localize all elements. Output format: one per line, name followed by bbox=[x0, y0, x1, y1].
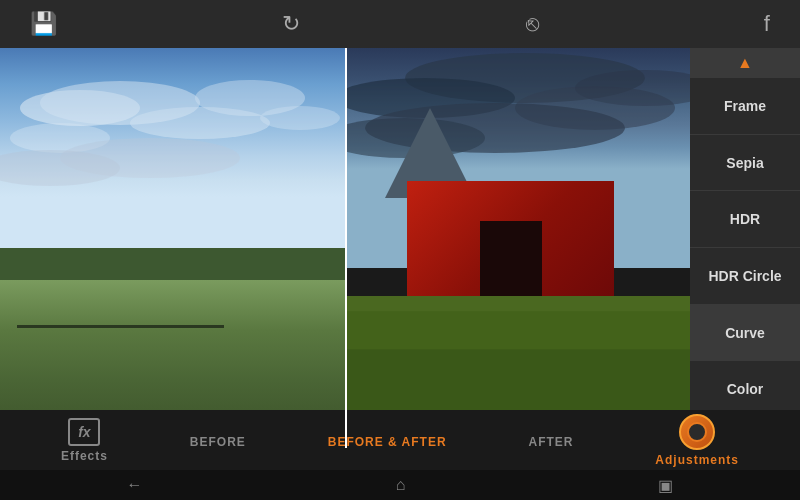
recent-nav-icon[interactable]: ▣ bbox=[658, 476, 673, 495]
image-divider bbox=[345, 48, 347, 448]
adjustments-button[interactable]: Adjustments bbox=[640, 409, 754, 472]
adjustments-icon bbox=[679, 414, 715, 450]
bottom-toolbar: fx Effects BEFORE BEFORE & AFTER AFTER A… bbox=[0, 410, 800, 470]
after-button[interactable]: AFTER bbox=[513, 427, 588, 454]
before-image bbox=[0, 48, 345, 448]
split-image-container bbox=[0, 48, 690, 448]
before-label: BEFORE bbox=[190, 435, 246, 449]
effect-curve[interactable]: Curve bbox=[690, 305, 800, 362]
effects-panel: ▲ Frame Sepia HDR HDR Circle Curve Color… bbox=[690, 48, 800, 448]
main-image-area bbox=[0, 48, 690, 448]
after-label: AFTER bbox=[528, 435, 573, 449]
top-toolbar: 💾 ↻ ⎋ f bbox=[0, 0, 800, 48]
effects-label: Effects bbox=[61, 449, 108, 463]
svg-rect-17 bbox=[345, 311, 690, 349]
save-icon[interactable]: 💾 bbox=[30, 11, 57, 37]
effect-hdr-circle[interactable]: HDR Circle bbox=[690, 248, 800, 305]
barn bbox=[380, 108, 656, 316]
effect-sepia[interactable]: Sepia bbox=[690, 135, 800, 192]
after-image bbox=[345, 48, 690, 448]
facebook-icon[interactable]: f bbox=[764, 11, 770, 37]
before-clouds bbox=[0, 68, 345, 288]
svg-point-5 bbox=[260, 106, 340, 130]
before-fence bbox=[17, 325, 224, 328]
effects-button[interactable]: fx Effects bbox=[46, 413, 123, 468]
effects-scroll-up[interactable]: ▲ bbox=[690, 48, 800, 78]
home-nav-icon[interactable]: ⌂ bbox=[396, 476, 406, 494]
share-icon[interactable]: ⎋ bbox=[526, 11, 539, 37]
before-button[interactable]: BEFORE bbox=[175, 427, 261, 454]
effect-hdr[interactable]: HDR bbox=[690, 191, 800, 248]
refresh-icon[interactable]: ↻ bbox=[282, 11, 300, 37]
fx-icon: fx bbox=[68, 418, 100, 446]
effect-frame[interactable]: Frame bbox=[690, 78, 800, 135]
adjustments-label: Adjustments bbox=[655, 453, 739, 467]
nav-bar: ← ⌂ ▣ bbox=[0, 470, 800, 500]
before-after-button[interactable]: BEFORE & AFTER bbox=[313, 427, 462, 454]
back-nav-icon[interactable]: ← bbox=[127, 476, 143, 494]
